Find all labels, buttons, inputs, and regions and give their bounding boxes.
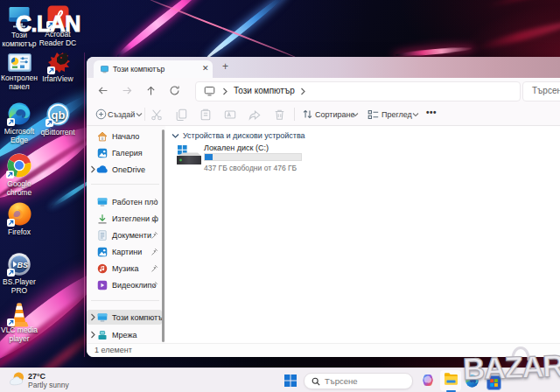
svg-text:BS: BS bbox=[18, 261, 29, 270]
